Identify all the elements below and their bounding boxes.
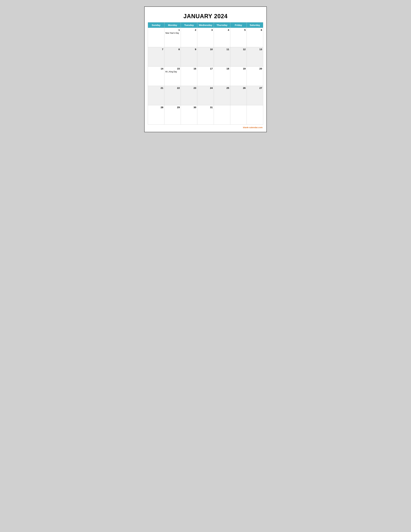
calendar-cell: 14 <box>148 66 164 86</box>
calendar-cell <box>230 105 247 125</box>
day-number: 2 <box>182 28 196 31</box>
calendar-cell: 12 <box>230 47 247 66</box>
day-number: 21 <box>149 86 163 89</box>
calendar-cell: 24 <box>197 86 214 105</box>
calendar-title: JANUARY 2024 <box>148 10 263 22</box>
day-number: 3 <box>198 28 213 31</box>
holiday-text: New Year's Day <box>165 32 180 35</box>
calendar-cell: 17 <box>197 66 214 86</box>
day-number: 16 <box>182 67 196 70</box>
calendar-cell <box>247 105 263 125</box>
week-row-2: 78910111213 <box>148 47 263 66</box>
day-number: 5 <box>231 28 246 31</box>
day-header-monday: Monday <box>164 22 181 28</box>
calendar-cell: 5 <box>230 28 247 47</box>
calendar-cell: 22 <box>164 86 181 105</box>
day-header-wednesday: Wednesday <box>197 22 214 28</box>
calendar-cell: 3 <box>197 28 214 47</box>
calendar-cell: 6 <box>247 28 263 47</box>
calendar-cell: 1New Year's Day <box>164 28 181 47</box>
day-number: 30 <box>182 106 196 109</box>
week-row-1: 1New Year's Day23456 <box>148 28 263 47</box>
calendar-cell: 23 <box>181 86 197 105</box>
calendar-cell: 27 <box>247 86 263 105</box>
calendar-cell: 10 <box>197 47 214 66</box>
calendar-cell: 9 <box>181 47 197 66</box>
day-number: 10 <box>198 48 213 51</box>
day-header-sunday: Sunday <box>148 22 164 28</box>
day-header-saturday: Saturday <box>247 22 263 28</box>
day-number: 7 <box>149 48 163 51</box>
calendar-cell: 4 <box>214 28 230 47</box>
calendar-cell: 28 <box>148 105 164 125</box>
calendar-cell: 16 <box>181 66 197 86</box>
day-number: 22 <box>165 86 180 89</box>
day-number: 19 <box>231 67 246 70</box>
day-number: 14 <box>149 67 163 70</box>
day-number: 9 <box>182 48 196 51</box>
calendar-cell: 2 <box>181 28 197 47</box>
day-number: 17 <box>198 67 213 70</box>
day-header-friday: Friday <box>230 22 247 28</box>
calendar-cell: 25 <box>214 86 230 105</box>
day-number: 25 <box>215 86 229 89</box>
day-number: 24 <box>198 86 213 89</box>
calendar-cell <box>148 28 164 47</box>
calendar-cell: 31 <box>197 105 214 125</box>
calendar-cell: 29 <box>164 105 181 125</box>
week-row-4: 21222324252627 <box>148 86 263 105</box>
day-number: 8 <box>165 48 180 51</box>
footer-credit: blank-calendar.com <box>148 126 263 129</box>
header-row: SundayMondayTuesdayWednesdayThursdayFrid… <box>148 22 263 28</box>
calendar-cell: 19 <box>230 66 247 86</box>
day-header-tuesday: Tuesday <box>181 22 197 28</box>
day-header-thursday: Thursday <box>214 22 230 28</box>
day-number: 18 <box>215 67 229 70</box>
day-number: 31 <box>198 106 213 109</box>
day-number: 6 <box>248 28 262 31</box>
day-number: 23 <box>182 86 196 89</box>
calendar-grid: SundayMondayTuesdayWednesdayThursdayFrid… <box>148 22 263 125</box>
day-number: 12 <box>231 48 246 51</box>
calendar-cell: 7 <box>148 47 164 66</box>
day-number: 15 <box>165 67 180 70</box>
calendar-cell: 30 <box>181 105 197 125</box>
calendar-cell: 20 <box>247 66 263 86</box>
calendar-cell: 18 <box>214 66 230 86</box>
week-row-5: 28293031 <box>148 105 263 125</box>
calendar-cell: 11 <box>214 47 230 66</box>
calendar-page: JANUARY 2024 SundayMondayTuesdayWednesda… <box>144 6 267 132</box>
holiday-text: M L King Day <box>165 71 180 73</box>
week-row-3: 1415M L King Day1617181920 <box>148 66 263 86</box>
day-number: 26 <box>231 86 246 89</box>
day-number: 13 <box>248 48 262 51</box>
day-number: 1 <box>165 28 180 31</box>
calendar-cell: 8 <box>164 47 181 66</box>
day-number: 29 <box>165 106 180 109</box>
calendar-cell: 15M L King Day <box>164 66 181 86</box>
calendar-cell: 26 <box>230 86 247 105</box>
day-number: 20 <box>248 67 262 70</box>
calendar-cell: 21 <box>148 86 164 105</box>
day-number: 11 <box>215 48 229 51</box>
day-number: 28 <box>149 106 163 109</box>
day-number: 27 <box>248 86 262 89</box>
day-number: 4 <box>215 28 229 31</box>
calendar-cell: 13 <box>247 47 263 66</box>
calendar-cell <box>214 105 230 125</box>
